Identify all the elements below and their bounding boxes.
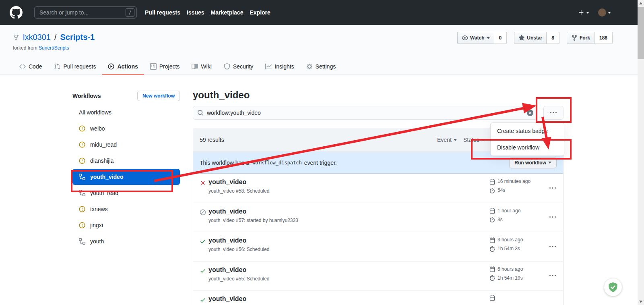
- workflow-item-label: txnews: [90, 206, 108, 212]
- workflows-sidebar: Workflows New workflow All workflows wei…: [72, 75, 180, 249]
- run-title-link[interactable]: youth_video: [208, 237, 246, 244]
- workflow-list: All workflows weibo midu_read dianshijia…: [72, 104, 180, 249]
- workflow-item-label: youth: [90, 238, 104, 245]
- run-subtitle: youth_video #57: started by huamiyu2333: [208, 218, 298, 223]
- run-row[interactable]: youth_video youth_video #56: Scheduled 3…: [193, 232, 563, 261]
- runs-filter-input[interactable]: [193, 106, 537, 120]
- tab-wiki[interactable]: Wiki: [186, 58, 217, 75]
- tab-label: Projects: [159, 63, 180, 70]
- search-icon: [197, 110, 204, 116]
- avatar: [598, 8, 606, 17]
- run-row[interactable]: youth_video youth_video #55: Scheduled 6…: [193, 261, 563, 291]
- run-row[interactable]: youth_video youth_video #57: started by …: [193, 203, 563, 232]
- tab-label: Code: [29, 63, 42, 70]
- kebab-icon[interactable]: [549, 272, 556, 279]
- tab-settings[interactable]: Settings: [300, 58, 342, 75]
- workflow-item-label: midu_read: [90, 141, 117, 148]
- scrollbar-up-arrow[interactable]: [638, 0, 644, 6]
- star-icon: [518, 35, 525, 41]
- nav-link-pull-requests[interactable]: Pull requests: [145, 9, 180, 16]
- run-duration: 1h 54m 19s: [497, 275, 523, 282]
- run-title-link[interactable]: youth_video: [208, 295, 246, 302]
- scrollbar-down-arrow[interactable]: [638, 299, 644, 305]
- unstar-button[interactable]: Unstar: [514, 32, 547, 44]
- notice-text: This workflow has a: [200, 160, 249, 166]
- nav-link-marketplace[interactable]: Marketplace: [211, 9, 244, 16]
- gear-icon: [306, 63, 313, 70]
- run-meta: 1 hour ago 3s: [489, 207, 520, 225]
- run-title-link[interactable]: youth_video: [208, 266, 246, 273]
- sidebar-item-dianshijia[interactable]: dianshijia: [72, 153, 180, 169]
- kebab-icon[interactable]: [549, 185, 556, 191]
- watch-button-group: Watch 0: [457, 32, 507, 44]
- forked-from-link[interactable]: Sunert/Scripts: [39, 45, 69, 51]
- global-search-input[interactable]: [34, 6, 137, 19]
- watch-button[interactable]: Watch: [457, 32, 494, 44]
- clear-filter-icon[interactable]: [527, 110, 533, 116]
- tab-code[interactable]: Code: [13, 58, 48, 75]
- kebab-icon[interactable]: [549, 243, 556, 250]
- run-subtitle: youth_video #55: Scheduled: [208, 276, 269, 282]
- tab-projects[interactable]: Projects: [144, 58, 186, 75]
- tab-security[interactable]: Security: [218, 58, 260, 75]
- github-logo-icon[interactable]: [10, 6, 23, 19]
- status-filter-dropdown[interactable]: Status: [463, 137, 485, 143]
- tab-insights[interactable]: Insights: [259, 58, 300, 75]
- sidebar-item-weibo[interactable]: weibo: [72, 120, 180, 137]
- repo-title: lxk0301 / Scripts-1: [13, 33, 95, 42]
- fork-label: Fork: [580, 35, 590, 41]
- stopwatch-icon: [489, 246, 495, 252]
- tab-actions[interactable]: Actions: [102, 58, 144, 75]
- run-title-link[interactable]: youth_video: [208, 178, 246, 185]
- run-title-link[interactable]: youth_video: [208, 208, 246, 215]
- new-workflow-button[interactable]: New workflow: [137, 91, 180, 101]
- repo-forked-icon: [13, 34, 19, 41]
- sidebar-item-jingxi[interactable]: jingxi: [72, 217, 180, 233]
- sidebar-item-youth-video[interactable]: youth_video: [72, 169, 180, 185]
- failure-x-icon: [200, 180, 206, 186]
- cancelled-icon: [200, 209, 206, 216]
- tab-pull-requests[interactable]: Pull requests: [48, 58, 102, 75]
- pull-request-icon: [54, 63, 60, 70]
- fork-button[interactable]: Fork: [567, 32, 594, 44]
- kebab-icon[interactable]: [549, 214, 556, 220]
- user-menu[interactable]: [598, 8, 611, 17]
- sidebar-item-youth-read[interactable]: youth_read: [72, 185, 180, 201]
- run-row[interactable]: youth_video: [193, 290, 563, 305]
- calendar-icon: [489, 208, 495, 214]
- menu-item-disable-workflow[interactable]: Disable workflow: [491, 139, 564, 156]
- create-new-menu[interactable]: [578, 9, 589, 16]
- nav-link-explore[interactable]: Explore: [250, 9, 270, 16]
- sidebar-item-txnews[interactable]: txnews: [72, 201, 180, 217]
- nav-link-issues[interactable]: Issues: [187, 9, 204, 16]
- run-row[interactable]: youth_video youth_video #58: Scheduled 1…: [193, 174, 563, 203]
- sidebar-item-youth[interactable]: youth: [72, 233, 180, 249]
- global-search: /: [34, 6, 137, 19]
- star-count[interactable]: 8: [547, 32, 559, 44]
- adblock-shield-badge[interactable]: [604, 278, 622, 296]
- tab-label: Security: [233, 63, 254, 70]
- workflow-options-button[interactable]: [543, 106, 564, 120]
- sidebar-item-all-workflows[interactable]: All workflows: [72, 104, 180, 120]
- warning-icon: [79, 206, 85, 212]
- event-filter-dropdown[interactable]: Event: [437, 137, 457, 143]
- unstar-label: Unstar: [527, 35, 542, 41]
- repo-tabs: Code Pull requests Actions Projects Wiki…: [13, 58, 342, 75]
- watch-count[interactable]: 0: [494, 32, 507, 44]
- scrollbar-thumb[interactable]: [638, 7, 644, 59]
- workflow-runs-main: youth_video 59 results Event Status This…: [193, 75, 564, 305]
- menu-item-create-status-badge[interactable]: Create status badge: [491, 123, 564, 139]
- run-duration: 3s: [497, 216, 503, 223]
- page-scrollbar[interactable]: [638, 0, 644, 305]
- tab-label: Settings: [316, 63, 336, 70]
- project-icon: [150, 63, 157, 70]
- sidebar-item-midu-read[interactable]: midu_read: [72, 137, 180, 153]
- repo-name-link[interactable]: Scripts-1: [60, 33, 95, 42]
- chevron-down-icon: [548, 162, 551, 164]
- run-texts: youth_video youth_video #57: started by …: [208, 208, 298, 223]
- tab-label: Pull requests: [63, 63, 96, 70]
- workflow-item-label: dianshijia: [90, 158, 114, 164]
- run-workflow-button[interactable]: Run workflow: [509, 157, 557, 168]
- repo-owner-link[interactable]: lxk0301: [23, 33, 51, 42]
- fork-count[interactable]: 188: [594, 32, 613, 44]
